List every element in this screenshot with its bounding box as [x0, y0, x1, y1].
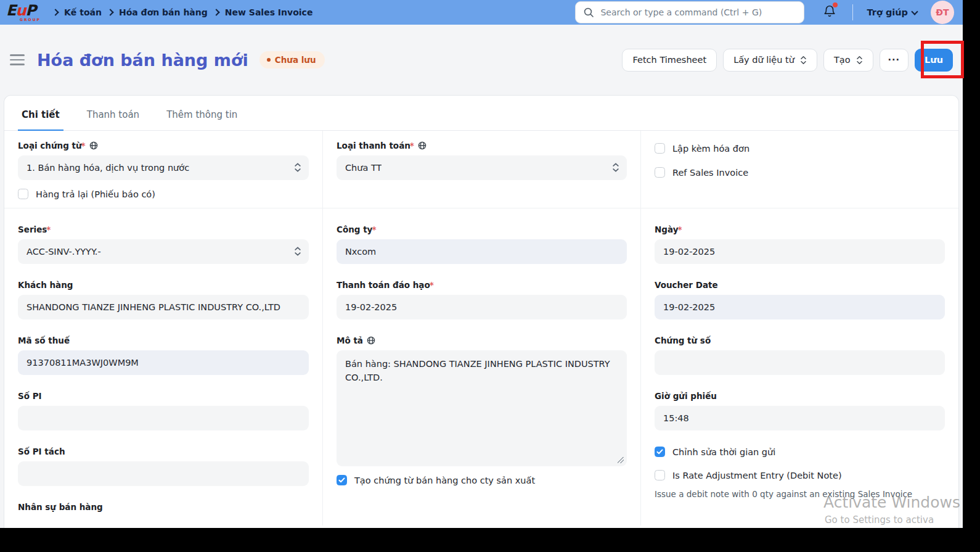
customer-input[interactable]: SHANDONG TIANZE JINHENG PLASTIC INDUSTRY…	[18, 295, 309, 319]
field-label: Chứng từ số	[655, 336, 945, 345]
checkbox-box[interactable]	[18, 189, 28, 199]
breadcrumb-separator-icon	[107, 9, 113, 15]
more-actions-button[interactable]: ···	[880, 49, 909, 72]
notifications-button[interactable]	[823, 4, 836, 20]
updown-chevron-icon	[856, 56, 863, 65]
checkbox-label: Chỉnh sửa thời gian gửi	[672, 447, 775, 457]
black-bottom-bar	[0, 528, 980, 552]
tab-more-info[interactable]: Thêm thông tin	[166, 109, 237, 130]
get-data-from-button[interactable]: Lấy dữ liệu từ	[723, 49, 817, 72]
app-window: EuP GROUP Kế toán Hóa đơn bán hàng New S…	[0, 0, 963, 528]
checkbox-box[interactable]	[655, 167, 665, 178]
document-type-select[interactable]: 1. Bán hàng hóa, dịch vụ trong nước	[18, 155, 309, 180]
resize-handle[interactable]	[618, 457, 624, 463]
breadcrumb-sales-invoice-list[interactable]: Hóa đơn bán hàng	[119, 7, 208, 17]
column-1: Series ACC-SINV-.YYYY.- Khách hàng SHAND…	[4, 208, 322, 525]
app-logo[interactable]: EuP GROUP	[0, 0, 48, 25]
globe-icon	[418, 141, 427, 150]
avatar[interactable]: ĐT	[931, 1, 954, 24]
checkbox-box[interactable]	[337, 475, 347, 485]
create-label: Tạo	[834, 55, 851, 65]
column-1: Loại chứng từ 1. Bán hàng hóa, dịch vụ t…	[4, 131, 322, 208]
series-select[interactable]: ACC-SINV-.YYYY.-	[18, 239, 309, 264]
return-goods-checkbox[interactable]: Hàng trả lại (Phiếu báo có)	[18, 189, 309, 199]
breadcrumb-new-sales-invoice[interactable]: New Sales Invoice	[225, 7, 313, 17]
updown-chevron-icon	[612, 162, 619, 173]
payment-due-date-input[interactable]: 19-02-2025	[337, 295, 627, 319]
logo-text: EuP	[6, 4, 48, 17]
page-title: Hóa đơn bán hàng mới	[37, 51, 248, 70]
checkbox-label: Tạo chứng từ bán hàng cho cty sản xuất	[354, 476, 535, 485]
updown-chevron-icon	[294, 162, 301, 173]
with-invoice-checkbox[interactable]: Lập kèm hóa đơn	[655, 143, 945, 154]
field-label: Mã số thuế	[18, 336, 309, 345]
save-button[interactable]: Lưu	[915, 49, 953, 72]
breadcrumb-separator-icon	[213, 9, 219, 15]
breadcrumb-accounting[interactable]: Kế toán	[64, 7, 102, 17]
voucher-date-input[interactable]: 19-02-2025	[655, 295, 945, 319]
posting-date-input[interactable]: 19-02-2025	[655, 239, 945, 264]
form-tabs: Chi tiết Thanh toán Thêm thông tin	[4, 96, 958, 131]
company-input[interactable]: Nxcom	[337, 239, 627, 264]
payment-type-value: Chưa TT	[345, 163, 382, 173]
checkbox-label: Hàng trả lại (Phiếu báo có)	[36, 189, 155, 199]
voucher-date-value: 19-02-2025	[663, 302, 715, 312]
field-label: Series	[18, 225, 309, 234]
checkbox-label: Is Rate Adjustment Entry (Debit Note)	[672, 471, 842, 480]
checkbox-box[interactable]	[655, 447, 665, 457]
fetch-timesheet-label: Fetch Timesheet	[632, 55, 706, 65]
create-mfg-doc-checkbox[interactable]: Tạo chứng từ bán hàng cho cty sản xuất	[337, 475, 627, 485]
tab-payment[interactable]: Thanh toán	[87, 109, 139, 130]
sidebar-toggle-icon[interactable]	[10, 54, 25, 65]
edit-send-time-checkbox[interactable]: Chỉnh sửa thời gian gửi	[655, 447, 945, 457]
field-label: Loại thanh toán	[337, 141, 627, 150]
description-textarea[interactable]: Bán hàng: SHANDONG TIANZE JINHENG PLASTI…	[337, 350, 627, 466]
ref-sales-invoice-checkbox[interactable]: Ref Sales Invoice	[655, 167, 945, 178]
rate-adjustment-checkbox[interactable]: Is Rate Adjustment Entry (Debit Note)	[655, 470, 945, 480]
global-search	[575, 1, 804, 23]
pi-split-number-input[interactable]	[18, 461, 309, 486]
globe-icon	[89, 141, 98, 150]
breadcrumb: Kế toán Hóa đơn bán hàng New Sales Invoi…	[53, 7, 312, 17]
field-label: Số PI	[18, 391, 309, 401]
payment-type-select[interactable]: Chưa TT	[337, 155, 627, 180]
help-label: Trợ giúp	[867, 7, 908, 17]
column-3: Lập kèm hóa đơn Ref Sales Invoice	[640, 131, 958, 208]
column-2: Công ty Nxcom Thanh toán đáo hạo 19-02-2…	[322, 208, 640, 525]
updown-chevron-icon	[800, 56, 807, 65]
status-dot-icon	[267, 58, 271, 62]
field-label: Số PI tách	[18, 447, 309, 456]
create-button[interactable]: Tạo	[823, 49, 873, 72]
logo-subtext: GROUP	[6, 17, 48, 22]
updown-chevron-icon	[294, 246, 301, 257]
field-label: Khách hàng	[18, 280, 309, 290]
company-value: Nxcom	[345, 247, 376, 257]
customer-value: SHANDONG TIANZE JINHENG PLASTIC INDUSTRY…	[27, 302, 280, 312]
search-input[interactable]	[575, 1, 804, 23]
field-label: Giờ gửi phiếu	[655, 391, 945, 401]
form-section-top: Loại chứng từ 1. Bán hàng hóa, dịch vụ t…	[4, 131, 958, 208]
send-time-input[interactable]: 15:48	[655, 406, 945, 430]
notification-dot	[833, 2, 838, 7]
document-type-value: 1. Bán hàng hóa, dịch vụ trong nước	[27, 163, 189, 173]
checkbox-box[interactable]	[655, 470, 665, 480]
field-label: Voucher Date	[655, 280, 945, 290]
chevron-down-icon	[911, 8, 918, 15]
checkbox-box[interactable]	[655, 143, 665, 154]
fetch-timesheet-button[interactable]: Fetch Timesheet	[622, 49, 717, 72]
column-3: Ngày 19-02-2025 Voucher Date 19-02-2025 …	[640, 208, 958, 525]
tab-details[interactable]: Chi tiết	[22, 109, 60, 130]
pi-number-input[interactable]	[18, 406, 309, 430]
send-time-value: 15:48	[663, 413, 689, 423]
checkbox-label: Lập kèm hóa đơn	[672, 144, 749, 154]
check-icon	[656, 449, 663, 455]
top-navbar: EuP GROUP Kế toán Hóa đơn bán hàng New S…	[0, 0, 963, 25]
rate-adjustment-help-text: Issue a debit note with 0 qty against an…	[655, 489, 945, 499]
form-card: Chi tiết Thanh toán Thêm thông tin Loại …	[4, 95, 959, 528]
tax-code-input[interactable]: 91370811MA3WJ0WM9M	[18, 350, 309, 375]
help-menu[interactable]: Trợ giúp	[867, 7, 917, 17]
checkbox-label: Ref Sales Invoice	[672, 168, 748, 178]
voucher-no-input[interactable]	[655, 350, 945, 375]
tax-code-value: 91370811MA3WJ0WM9M	[27, 358, 139, 368]
ellipsis-icon: ···	[888, 55, 900, 65]
